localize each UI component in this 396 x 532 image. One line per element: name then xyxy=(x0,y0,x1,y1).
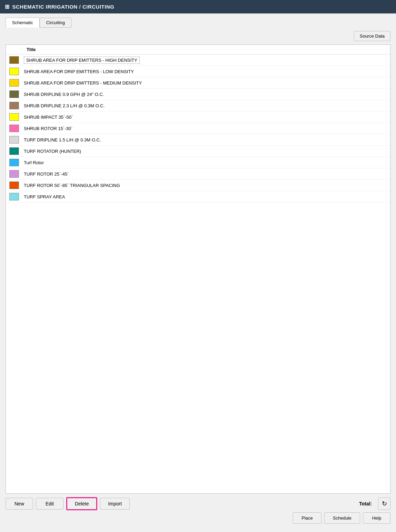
footer-row: Place Schedule Help xyxy=(6,512,390,528)
list-item[interactable]: TURF SPRAY AREA xyxy=(6,191,390,203)
items-list-container[interactable]: Title SHRUB AREA FOR DRIP EMITTERS - HIG… xyxy=(6,45,390,494)
item-title: TURF SPRAY AREA xyxy=(24,194,65,199)
item-title: SHRUB AREA FOR DRIP EMITTERS - MEDIUM DE… xyxy=(24,80,142,86)
title-bar: ⊞ SCHEMATIC IRRIGATION / CIRCUITING xyxy=(0,0,396,13)
main-window: ⊞ SCHEMATIC IRRIGATION / CIRCUITING Sche… xyxy=(0,0,396,532)
list-item[interactable]: SHRUB IMPACT 35`-50` xyxy=(6,111,390,123)
list-item[interactable]: TURF ROTATOR (HUNTER) xyxy=(6,146,390,157)
refresh-icon: ↻ xyxy=(382,500,387,508)
list-item[interactable]: SHRUB AREA FOR DRIP EMITTERS - LOW DENSI… xyxy=(6,66,390,77)
list-item[interactable]: SHRUB DRIPLINE 2.3 L/H @ 0.3M O.C. xyxy=(6,100,390,111)
tab-circuiting[interactable]: Circuiting xyxy=(40,18,71,28)
item-title: SHRUB ROTOR 15`-30` xyxy=(24,126,72,131)
schedule-button[interactable]: Schedule xyxy=(324,512,360,524)
content-area: Schematic Circuiting Source Data Title S… xyxy=(0,13,396,532)
color-swatch xyxy=(9,170,19,178)
window-title: SCHEMATIC IRRIGATION / CIRCUITING xyxy=(12,4,115,10)
item-title: SHRUB AREA FOR DRIP EMITTERS - HIGH DENS… xyxy=(24,57,140,64)
delete-button[interactable]: Delete xyxy=(66,497,97,510)
list-item[interactable]: SHRUB AREA FOR DRIP EMITTERS - HIGH DENS… xyxy=(6,55,390,66)
list-items: SHRUB AREA FOR DRIP EMITTERS - HIGH DENS… xyxy=(6,55,390,203)
list-item[interactable]: SHRUB ROTOR 15`-30` xyxy=(6,123,390,134)
source-data-button[interactable]: Source Data xyxy=(354,31,390,41)
color-swatch xyxy=(9,193,19,200)
item-title: TURF ROTOR 25`-45` xyxy=(24,171,69,177)
tab-schematic[interactable]: Schematic xyxy=(6,18,40,28)
color-swatch xyxy=(9,113,19,121)
list-item[interactable]: SHRUB DRIPLINE 0.9 GPH @ 24" O.C. xyxy=(6,89,390,100)
list-item[interactable]: TURF ROTOR 50`-85` TRIANGULAR SPACING xyxy=(6,180,390,191)
color-swatch xyxy=(9,181,19,189)
refresh-button[interactable]: ↻ xyxy=(378,497,390,510)
color-swatch xyxy=(9,136,19,144)
color-swatch xyxy=(9,56,19,64)
item-title: SHRUB DRIPLINE 2.3 L/H @ 0.3M O.C. xyxy=(24,103,105,108)
color-swatch xyxy=(9,68,19,75)
tabs-row: Schematic Circuiting xyxy=(6,18,390,28)
item-title: TURF DRIPLINE 1.5 L/H @ 0.3M O.C. xyxy=(24,137,101,142)
color-swatch xyxy=(9,79,19,87)
item-title: TURF ROTATOR (HUNTER) xyxy=(24,149,81,154)
total-label: Total: xyxy=(359,501,372,506)
color-swatch xyxy=(9,159,19,166)
top-controls: Source Data xyxy=(6,31,390,41)
window-icon: ⊞ xyxy=(5,3,10,10)
color-swatch xyxy=(9,102,19,109)
import-button[interactable]: Import xyxy=(100,498,130,510)
item-title: SHRUB IMPACT 35`-50` xyxy=(24,115,73,120)
item-title: Turf Rotor xyxy=(24,160,44,165)
list-item[interactable]: TURF ROTOR 25`-45` xyxy=(6,168,390,180)
item-title: TURF ROTOR 50`-85` TRIANGULAR SPACING xyxy=(24,183,120,188)
list-column-header: Title xyxy=(6,45,390,55)
edit-button[interactable]: Edit xyxy=(36,498,63,510)
place-button[interactable]: Place xyxy=(293,512,321,524)
item-title: SHRUB AREA FOR DRIP EMITTERS - LOW DENSI… xyxy=(24,69,134,74)
help-button[interactable]: Help xyxy=(363,512,390,524)
new-button[interactable]: New xyxy=(6,498,33,510)
list-item[interactable]: Turf Rotor xyxy=(6,157,390,168)
color-swatch xyxy=(9,147,19,155)
list-item[interactable]: SHRUB AREA FOR DRIP EMITTERS - MEDIUM DE… xyxy=(6,77,390,89)
color-swatch xyxy=(9,125,19,132)
list-item[interactable]: TURF DRIPLINE 1.5 L/H @ 0.3M O.C. xyxy=(6,134,390,146)
color-swatch xyxy=(9,90,19,98)
item-title: SHRUB DRIPLINE 0.9 GPH @ 24" O.C. xyxy=(24,92,104,97)
bottom-action-bar: New Edit Delete Import Total: ↻ xyxy=(6,494,390,512)
